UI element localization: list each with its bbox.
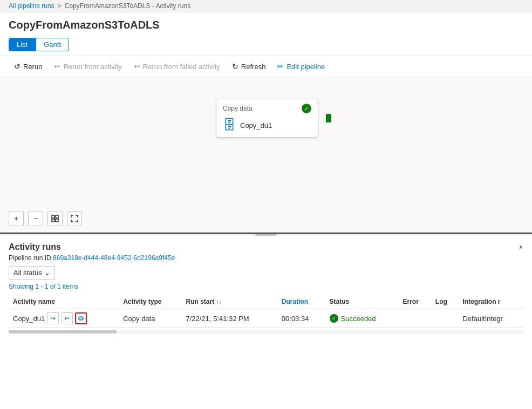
section-title: Activity runs <box>9 242 61 252</box>
cell-log <box>431 309 459 328</box>
node-body: 🗄 Copy_du1 <box>223 118 311 133</box>
pipeline-run-id-row: Pipeline run ID 869a318e-d444-48e4-9452-… <box>9 254 523 262</box>
breadcrumb-parent-link[interactable]: All pipeline runs <box>9 2 54 10</box>
pipeline-node-container: Copy data ✓ 🗄 Copy_du1 <box>216 99 318 138</box>
copy-data-node[interactable]: Copy data ✓ 🗄 Copy_du1 <box>216 99 318 138</box>
col-activity-type: Activity type <box>119 295 181 309</box>
link-icon[interactable] <box>75 312 87 324</box>
toolbar: ↺ Rerun ↩ Rerun from activity ↩ Rerun fr… <box>0 56 532 77</box>
node-header: Copy data ✓ <box>223 104 311 113</box>
node-connector-dot <box>326 114 331 122</box>
cell-duration: 00:03:34 <box>277 309 325 328</box>
cell-run-start: 7/22/21, 5:41:32 PM <box>182 309 277 328</box>
table-header: Activity name Activity type Run start ↑↓… <box>9 295 523 309</box>
chevron-down-icon: ⌄ <box>44 269 50 277</box>
breadcrumb-current: CopyFromAmazonS3ToADLS - Activity runs <box>65 2 190 10</box>
edit-pipeline-icon: ✏ <box>277 62 284 71</box>
cell-error <box>398 309 431 328</box>
expand-icon <box>71 215 78 222</box>
status-success-icon: ✓ <box>330 314 338 323</box>
collapse-button[interactable]: ∧ <box>519 243 523 251</box>
gantt-view-button[interactable]: Gantt <box>36 38 69 51</box>
svg-rect-2 <box>52 219 54 222</box>
col-status: Status <box>325 295 399 309</box>
rerun-from-activity-button[interactable]: ↩ Rerun from activity <box>49 59 127 73</box>
table-body: Copy_du1 ↪ ↩ Cop <box>9 309 523 328</box>
cell-status: ✓ Succeeded <box>325 309 399 328</box>
status-filter-dropdown[interactable]: All status ⌄ <box>9 266 55 280</box>
scrollbar-thumb[interactable] <box>9 330 117 333</box>
copy-data-icon: 🗄 <box>223 118 236 133</box>
row-action-icons: ↪ ↩ <box>47 312 87 324</box>
section-header: Activity runs ∧ <box>9 242 523 252</box>
status-succeeded: ✓ Succeeded <box>330 314 394 323</box>
output-icon[interactable]: ↩ <box>61 312 73 324</box>
edit-pipeline-button[interactable]: ✏ Edit pipeline <box>272 59 330 73</box>
page-title: CopyFromAmazonS3ToADLS <box>0 12 532 36</box>
expand-button[interactable] <box>67 211 82 226</box>
node-label: Copy_du1 <box>240 121 272 129</box>
rerun-icon: ↺ <box>14 62 21 71</box>
node-success-icon: ✓ <box>302 104 311 113</box>
fit-screen-icon <box>51 215 59 222</box>
refresh-icon: ↻ <box>232 62 238 71</box>
svg-rect-1 <box>56 215 58 218</box>
cell-activity-type: Copy data <box>119 309 181 328</box>
canvas-controls: + − <box>9 211 82 226</box>
activity-runs-section: Activity runs ∧ Pipeline run ID 869a318e… <box>0 236 532 340</box>
rerun-button[interactable]: ↺ Rerun <box>9 59 47 73</box>
view-toggle-group: List Gantt <box>0 36 532 56</box>
horizontal-scrollbar[interactable] <box>9 330 523 333</box>
col-run-start: Run start ↑↓ <box>182 295 277 309</box>
col-activity-name: Activity name <box>9 295 119 309</box>
col-duration[interactable]: Duration <box>277 295 325 309</box>
col-integration-runtime: Integration r <box>458 295 523 309</box>
zoom-in-button[interactable]: + <box>9 211 24 226</box>
breadcrumb: All pipeline runs > CopyFromAmazonS3ToAD… <box>0 0 532 12</box>
zoom-out-button[interactable]: − <box>28 211 43 226</box>
breadcrumb-separator: > <box>58 2 62 10</box>
input-icon[interactable]: ↪ <box>47 312 59 324</box>
col-error: Error <box>398 295 431 309</box>
node-type-label: Copy data <box>223 105 253 112</box>
fit-screen-button[interactable] <box>47 211 63 226</box>
list-view-button[interactable]: List <box>9 38 36 51</box>
sort-icon: ↑↓ <box>216 299 222 305</box>
pipeline-canvas: Copy data ✓ 🗄 Copy_du1 + − <box>0 77 532 234</box>
showing-count: Showing 1 - 1 of 1 items <box>9 283 523 290</box>
pipeline-run-id-value: 869a318e-d444-48e4-9452-6d2196a9f45e <box>53 254 175 262</box>
table-row: Copy_du1 ↪ ↩ Cop <box>9 309 523 328</box>
cell-integration-runtime: DefaultIntegr <box>458 309 523 328</box>
rerun-from-failed-icon: ↩ <box>134 62 140 71</box>
refresh-button[interactable]: ↻ Refresh <box>227 59 271 73</box>
svg-rect-0 <box>52 215 54 218</box>
activity-runs-table: Activity name Activity type Run start ↑↓… <box>9 295 523 328</box>
svg-rect-3 <box>56 219 58 222</box>
rerun-from-failed-button[interactable]: ↩ Rerun from failed activity <box>128 59 226 73</box>
col-log: Log <box>431 295 459 309</box>
cell-activity-name: Copy_du1 ↪ ↩ <box>9 309 119 328</box>
rerun-from-activity-icon: ↩ <box>54 62 60 71</box>
link-svg <box>77 316 85 321</box>
